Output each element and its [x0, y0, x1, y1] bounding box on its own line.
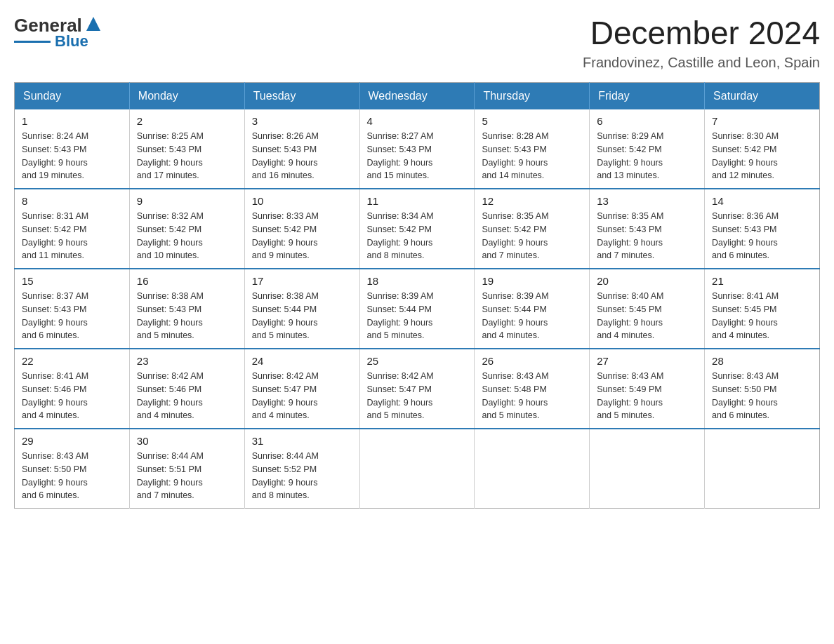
calendar-day-cell: 31 Sunrise: 8:44 AM Sunset: 5:52 PM Dayl…: [244, 429, 359, 509]
day-number: 26: [482, 355, 582, 367]
day-info: Sunrise: 8:43 AM Sunset: 5:49 PM Dayligh…: [597, 370, 697, 422]
logo: General Blue: [14, 14, 103, 51]
day-number: 31: [252, 435, 352, 447]
calendar-day-cell: [475, 429, 590, 509]
day-info: Sunrise: 8:41 AM Sunset: 5:45 PM Dayligh…: [712, 290, 812, 342]
calendar-day-cell: 24 Sunrise: 8:42 AM Sunset: 5:47 PM Dayl…: [244, 349, 359, 429]
calendar-day-cell: [705, 429, 820, 509]
day-info: Sunrise: 8:36 AM Sunset: 5:43 PM Dayligh…: [712, 210, 812, 262]
calendar-week-row: 29 Sunrise: 8:43 AM Sunset: 5:50 PM Dayl…: [15, 429, 820, 509]
day-number: 6: [597, 115, 697, 127]
logo-blue-text: Blue: [55, 32, 88, 51]
calendar-day-cell: 3 Sunrise: 8:26 AM Sunset: 5:43 PM Dayli…: [244, 109, 359, 189]
day-number: 5: [482, 115, 582, 127]
day-number: 27: [597, 355, 697, 367]
location-title: Frandovinez, Castille and Leon, Spain: [583, 55, 820, 71]
day-info: Sunrise: 8:43 AM Sunset: 5:50 PM Dayligh…: [712, 370, 812, 422]
day-number: 24: [252, 355, 352, 367]
calendar-day-cell: 26 Sunrise: 8:43 AM Sunset: 5:48 PM Dayl…: [475, 349, 590, 429]
day-info: Sunrise: 8:33 AM Sunset: 5:42 PM Dayligh…: [252, 210, 352, 262]
calendar-day-cell: 19 Sunrise: 8:39 AM Sunset: 5:44 PM Dayl…: [475, 269, 590, 349]
day-info: Sunrise: 8:35 AM Sunset: 5:43 PM Dayligh…: [597, 210, 697, 262]
calendar-day-cell: 6 Sunrise: 8:29 AM Sunset: 5:42 PM Dayli…: [590, 109, 705, 189]
day-info: Sunrise: 8:42 AM Sunset: 5:46 PM Dayligh…: [137, 370, 237, 422]
logo-triangle-icon: [84, 14, 103, 34]
day-of-week-header: Saturday: [705, 83, 820, 110]
calendar-day-cell: 30 Sunrise: 8:44 AM Sunset: 5:51 PM Dayl…: [129, 429, 244, 509]
day-info: Sunrise: 8:43 AM Sunset: 5:48 PM Dayligh…: [482, 370, 582, 422]
day-number: 3: [252, 115, 352, 127]
day-number: 11: [367, 195, 468, 207]
day-info: Sunrise: 8:39 AM Sunset: 5:44 PM Dayligh…: [367, 290, 468, 342]
day-number: 17: [252, 275, 352, 287]
day-number: 21: [712, 275, 812, 287]
day-number: 2: [137, 115, 237, 127]
day-info: Sunrise: 8:37 AM Sunset: 5:43 PM Dayligh…: [22, 290, 122, 342]
calendar-day-cell: 11 Sunrise: 8:34 AM Sunset: 5:42 PM Dayl…: [359, 189, 475, 269]
day-number: 25: [367, 355, 468, 367]
day-number: 12: [482, 195, 582, 207]
calendar-week-row: 15 Sunrise: 8:37 AM Sunset: 5:43 PM Dayl…: [15, 269, 820, 349]
calendar-day-cell: 18 Sunrise: 8:39 AM Sunset: 5:44 PM Dayl…: [359, 269, 475, 349]
day-number: 18: [367, 275, 468, 287]
calendar-day-cell: 28 Sunrise: 8:43 AM Sunset: 5:50 PM Dayl…: [705, 349, 820, 429]
day-info: Sunrise: 8:30 AM Sunset: 5:42 PM Dayligh…: [712, 130, 812, 182]
day-number: 22: [22, 355, 122, 367]
day-info: Sunrise: 8:39 AM Sunset: 5:44 PM Dayligh…: [482, 290, 582, 342]
calendar-week-row: 1 Sunrise: 8:24 AM Sunset: 5:43 PM Dayli…: [15, 109, 820, 189]
calendar-day-cell: 4 Sunrise: 8:27 AM Sunset: 5:43 PM Dayli…: [359, 109, 475, 189]
day-info: Sunrise: 8:32 AM Sunset: 5:42 PM Dayligh…: [137, 210, 237, 262]
calendar-day-cell: 8 Sunrise: 8:31 AM Sunset: 5:42 PM Dayli…: [15, 189, 130, 269]
calendar-day-cell: 29 Sunrise: 8:43 AM Sunset: 5:50 PM Dayl…: [15, 429, 130, 509]
title-section: December 2024 Frandovinez, Castille and …: [583, 14, 820, 71]
calendar-day-cell: 9 Sunrise: 8:32 AM Sunset: 5:42 PM Dayli…: [129, 189, 244, 269]
month-title: December 2024: [583, 14, 820, 52]
day-number: 20: [597, 275, 697, 287]
calendar-day-cell: 20 Sunrise: 8:40 AM Sunset: 5:45 PM Dayl…: [590, 269, 705, 349]
day-info: Sunrise: 8:38 AM Sunset: 5:44 PM Dayligh…: [252, 290, 352, 342]
day-number: 4: [367, 115, 468, 127]
day-number: 9: [137, 195, 237, 207]
calendar-day-cell: 5 Sunrise: 8:28 AM Sunset: 5:43 PM Dayli…: [475, 109, 590, 189]
calendar-day-cell: 23 Sunrise: 8:42 AM Sunset: 5:46 PM Dayl…: [129, 349, 244, 429]
calendar-day-cell: 15 Sunrise: 8:37 AM Sunset: 5:43 PM Dayl…: [15, 269, 130, 349]
calendar-day-cell: 21 Sunrise: 8:41 AM Sunset: 5:45 PM Dayl…: [705, 269, 820, 349]
day-number: 10: [252, 195, 352, 207]
day-number: 28: [712, 355, 812, 367]
day-info: Sunrise: 8:26 AM Sunset: 5:43 PM Dayligh…: [252, 130, 352, 182]
day-of-week-header: Monday: [129, 83, 244, 110]
day-info: Sunrise: 8:40 AM Sunset: 5:45 PM Dayligh…: [597, 290, 697, 342]
day-info: Sunrise: 8:35 AM Sunset: 5:42 PM Dayligh…: [482, 210, 582, 262]
day-of-week-header: Thursday: [475, 83, 590, 110]
day-info: Sunrise: 8:28 AM Sunset: 5:43 PM Dayligh…: [482, 130, 582, 182]
calendar-day-cell: [590, 429, 705, 509]
day-number: 19: [482, 275, 582, 287]
calendar-header-row: SundayMondayTuesdayWednesdayThursdayFrid…: [15, 83, 820, 110]
day-info: Sunrise: 8:24 AM Sunset: 5:43 PM Dayligh…: [22, 130, 122, 182]
day-number: 7: [712, 115, 812, 127]
svg-marker-0: [86, 17, 100, 31]
page-header: General Blue December 2024 Frandovinez, …: [14, 14, 820, 71]
day-number: 16: [137, 275, 237, 287]
calendar-day-cell: 7 Sunrise: 8:30 AM Sunset: 5:42 PM Dayli…: [705, 109, 820, 189]
calendar-day-cell: 12 Sunrise: 8:35 AM Sunset: 5:42 PM Dayl…: [475, 189, 590, 269]
calendar-day-cell: 1 Sunrise: 8:24 AM Sunset: 5:43 PM Dayli…: [15, 109, 130, 189]
day-number: 29: [22, 435, 122, 447]
calendar-day-cell: 17 Sunrise: 8:38 AM Sunset: 5:44 PM Dayl…: [244, 269, 359, 349]
day-number: 1: [22, 115, 122, 127]
day-info: Sunrise: 8:27 AM Sunset: 5:43 PM Dayligh…: [367, 130, 468, 182]
day-number: 15: [22, 275, 122, 287]
day-number: 8: [22, 195, 122, 207]
day-number: 13: [597, 195, 697, 207]
day-info: Sunrise: 8:42 AM Sunset: 5:47 PM Dayligh…: [367, 370, 468, 422]
calendar-week-row: 8 Sunrise: 8:31 AM Sunset: 5:42 PM Dayli…: [15, 189, 820, 269]
calendar-day-cell: 27 Sunrise: 8:43 AM Sunset: 5:49 PM Dayl…: [590, 349, 705, 429]
calendar-day-cell: 13 Sunrise: 8:35 AM Sunset: 5:43 PM Dayl…: [590, 189, 705, 269]
calendar-week-row: 22 Sunrise: 8:41 AM Sunset: 5:46 PM Dayl…: [15, 349, 820, 429]
calendar-day-cell: 14 Sunrise: 8:36 AM Sunset: 5:43 PM Dayl…: [705, 189, 820, 269]
day-info: Sunrise: 8:44 AM Sunset: 5:52 PM Dayligh…: [252, 450, 352, 502]
day-info: Sunrise: 8:41 AM Sunset: 5:46 PM Dayligh…: [22, 370, 122, 422]
day-number: 14: [712, 195, 812, 207]
day-of-week-header: Tuesday: [244, 83, 359, 110]
day-of-week-header: Wednesday: [359, 83, 475, 110]
